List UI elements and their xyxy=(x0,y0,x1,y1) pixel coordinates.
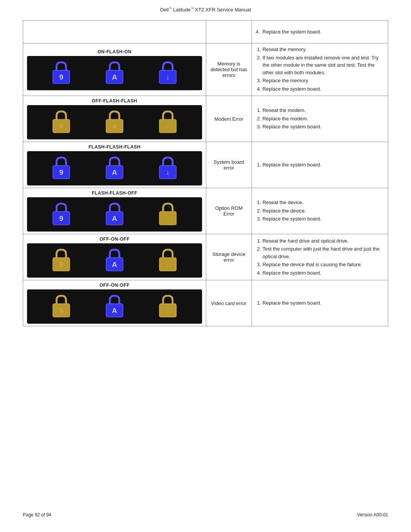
led-icon-0: 9 xyxy=(49,59,73,87)
led-image: 9 A ↓ xyxy=(27,289,202,324)
remedy-item: Replace the modem. xyxy=(263,115,384,123)
remedy-cell: Reseat the hard drive and optical drive.… xyxy=(252,234,388,280)
svg-text:↓: ↓ xyxy=(166,260,170,268)
led-icon-2: ↓ xyxy=(156,247,180,274)
led-icon-0: 9 xyxy=(49,155,73,182)
led-label: OFF-ON-OFF xyxy=(27,236,202,242)
table-row-row-off-on-off-storage: OFF-ON-OFF 9 A ↓ Storage device error Re… xyxy=(23,234,388,280)
led-label: ON-FLASH-ON xyxy=(27,49,202,54)
led-image: 9 A ↓ xyxy=(27,197,202,232)
page-footer: Page 92 of 94 Version A00-01 xyxy=(0,505,411,524)
remedy-cell: Reseat the memory.If two modules are ins… xyxy=(252,43,388,96)
remedy-item: Replace the system board. xyxy=(263,123,384,131)
led-icon-1: A xyxy=(103,293,126,320)
led-label: OFF-ON-OFF xyxy=(27,283,202,288)
svg-text:A: A xyxy=(112,73,117,81)
led-icon-0: 9 xyxy=(49,247,73,274)
remedy-item: If two modules are installed remove one … xyxy=(263,54,384,77)
remedy-item: Replace the system board. xyxy=(263,215,384,223)
header-tm2: ™ xyxy=(191,7,194,10)
header-title: Dell™ Latitude™ XT2 XFR Service Manual xyxy=(160,7,251,13)
remedy-cell: Replace the system board. xyxy=(252,280,388,326)
led-icon-1: A xyxy=(103,247,126,274)
led-label: FLASH-FLASH-OFF xyxy=(27,190,202,196)
table-row-row-on-flash-on: ON-FLASH-ON 9 A ↓ Memory is detected but… xyxy=(23,43,388,96)
led-image: 9 A ↓ xyxy=(27,56,202,90)
svg-text:9: 9 xyxy=(59,168,64,176)
svg-text:↓: ↓ xyxy=(166,122,170,130)
led-icon-2: ↓ xyxy=(156,293,180,320)
led-image: 9 A ↓ xyxy=(27,151,202,185)
svg-text:A: A xyxy=(112,214,117,222)
led-cell: ON-FLASH-ON 9 A ↓ xyxy=(23,43,206,96)
remedy-item: Replace the device. xyxy=(263,207,384,215)
remedy-item: Replace the system board. xyxy=(263,85,384,93)
remedy-item: Test the computer with just the hard dri… xyxy=(263,245,384,260)
remedy-item: Replace the memory xyxy=(263,77,384,85)
svg-text:9: 9 xyxy=(59,214,64,222)
svg-text:9: 9 xyxy=(59,260,64,268)
led-icon-1: A xyxy=(103,59,126,87)
desc-cell-top xyxy=(206,21,252,43)
svg-text:A: A xyxy=(112,260,117,268)
led-cell-top xyxy=(23,21,206,43)
led-icon-2: ↓ xyxy=(156,155,180,182)
svg-text:↓: ↓ xyxy=(166,214,170,222)
led-icon-0: 9 xyxy=(49,293,73,320)
description-cell: Option ROM Error xyxy=(206,188,252,234)
svg-text:A: A xyxy=(112,168,117,176)
footer-left: Page 92 of 94 xyxy=(23,512,51,518)
table-row-row-flash-flash-flash: FLASH-FLASH-FLASH 9 A ↓ System board err… xyxy=(23,142,388,188)
table-row-row-flash-flash-off: FLASH-FLASH-OFF 9 A ↓ Option ROM Error R… xyxy=(23,188,388,234)
svg-text:9: 9 xyxy=(59,122,64,130)
led-cell: FLASH-FLASH-OFF 9 A ↓ xyxy=(23,188,206,234)
remedy-cell: Replace the system board. xyxy=(252,142,388,188)
led-icon-2: ↓ xyxy=(156,59,180,87)
remedy-cell-top: 4. Replace the system board. xyxy=(252,21,388,43)
led-image: 9 A ↓ xyxy=(27,105,202,139)
remedy-item: Replace the system board. xyxy=(263,299,384,307)
led-cell: FLASH-FLASH-FLASH 9 A ↓ xyxy=(23,142,206,188)
remedy-item: Reseat the modem. xyxy=(263,107,384,114)
footer-right: Version A00-01 xyxy=(357,512,388,518)
remedy-item: Replace the system board. xyxy=(263,161,384,169)
remedy-item: Replace the system board. xyxy=(263,269,384,277)
remedy-item: Reseat the memory. xyxy=(263,46,384,53)
description-cell: Video card error xyxy=(206,280,252,326)
table-row-row-off-on-off-video: OFF-ON-OFF 9 A ↓ Video card error Replac… xyxy=(23,280,388,326)
remedy-item: Reseat the hard drive and optical drive. xyxy=(263,237,384,245)
led-icon-0: 9 xyxy=(49,109,73,136)
description-cell: Modem Error xyxy=(206,96,252,142)
led-icon-1: A xyxy=(103,155,126,182)
remedy-cell: Reseat the device.Replace the device.Rep… xyxy=(252,188,388,234)
svg-text:↓: ↓ xyxy=(166,73,170,81)
led-icon-1: A xyxy=(103,201,126,228)
header-tm1: ™ xyxy=(169,7,172,10)
led-icon-2: ↓ xyxy=(156,109,180,136)
description-cell: Storage device error xyxy=(206,234,252,280)
main-table: 4. Replace the system board. ON-FLASH-ON… xyxy=(23,20,388,326)
led-cell: OFF-ON-OFF 9 A ↓ xyxy=(23,234,206,280)
svg-text:9: 9 xyxy=(59,307,64,315)
svg-text:↓: ↓ xyxy=(166,307,170,315)
description-cell: Memory is detected but has errors xyxy=(206,43,252,96)
table-row-top: 4. Replace the system board. xyxy=(23,21,388,43)
led-icon-2: ↓ xyxy=(156,201,180,228)
led-icon-1: A xyxy=(103,109,126,136)
description-cell: System board error xyxy=(206,142,252,188)
svg-text:A: A xyxy=(112,122,117,130)
page-header: Dell™ Latitude™ XT2 XFR Service Manual xyxy=(0,0,411,16)
table-row-row-off-flash-flash: OFF-FLASH-FLASH 9 A ↓ Modem Error Reseat… xyxy=(23,96,388,142)
remedy-item: Reseat the device. xyxy=(263,199,384,206)
remedy-item: Replace the device that is causing the f… xyxy=(263,261,384,268)
svg-text:9: 9 xyxy=(59,73,64,81)
led-cell: OFF-ON-OFF 9 A ↓ xyxy=(23,280,206,326)
led-cell: OFF-FLASH-FLASH 9 A ↓ xyxy=(23,96,206,142)
remedy-cell: Reseat the modem.Replace the modem.Repla… xyxy=(252,96,388,142)
led-icon-0: 9 xyxy=(49,201,73,228)
led-label: FLASH-FLASH-FLASH xyxy=(27,144,202,150)
led-label: OFF-FLASH-FLASH xyxy=(27,98,202,104)
svg-text:↓: ↓ xyxy=(166,168,170,176)
led-image: 9 A ↓ xyxy=(27,243,202,278)
svg-text:A: A xyxy=(112,307,117,315)
